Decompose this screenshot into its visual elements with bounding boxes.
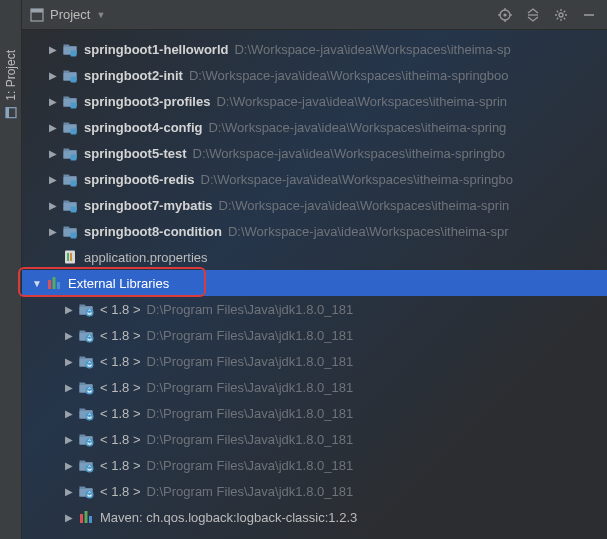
module-row[interactable]: ▶springboot5-testD:\Workspace-java\idea\… [22, 140, 607, 166]
module-row[interactable]: ▶springboot1-helloworldD:\Workspace-java… [22, 36, 607, 62]
project-tree[interactable]: ▶springboot1-helloworldD:\Workspace-java… [22, 30, 607, 539]
svg-point-11 [559, 13, 563, 17]
jdk-folder-icon [78, 327, 94, 343]
expand-arrow-icon[interactable]: ▶ [46, 146, 60, 160]
jdk-folder-icon [78, 431, 94, 447]
expand-arrow-icon[interactable]: ▶ [62, 354, 76, 368]
jdk-row[interactable]: ▶< 1.8 >D:\Program Files\Java\jdk1.8.0_1… [22, 478, 607, 504]
jdk-folder-icon [78, 483, 94, 499]
jdk-path: D:\Program Files\Java\jdk1.8.0_181 [146, 328, 353, 343]
expand-arrow-icon[interactable]: ▶ [62, 302, 76, 316]
module-path: D:\Workspace-java\idea\Workspaces\itheim… [234, 42, 510, 57]
project-tool-tab[interactable]: 1: Project [4, 50, 18, 119]
library-bars-icon [46, 275, 62, 291]
expand-arrow-icon[interactable]: ▶ [46, 120, 60, 134]
jdk-label: < 1.8 > [100, 406, 140, 421]
jdk-folder-icon [78, 457, 94, 473]
svg-point-5 [503, 13, 506, 16]
jdk-row[interactable]: ▶< 1.8 >D:\Program Files\Java\jdk1.8.0_1… [22, 426, 607, 452]
jdk-folder-icon [78, 379, 94, 395]
module-name: springboot5-test [84, 146, 187, 161]
jdk-row[interactable]: ▶< 1.8 >D:\Program Files\Java\jdk1.8.0_1… [22, 400, 607, 426]
expand-arrow-icon[interactable]: ▶ [62, 458, 76, 472]
file-name: application.properties [84, 250, 208, 265]
module-row[interactable]: ▶springboot2-initD:\Workspace-java\idea\… [22, 62, 607, 88]
svg-line-18 [557, 17, 558, 18]
module-path: D:\Workspace-java\idea\Workspaces\itheim… [193, 146, 505, 161]
svg-rect-36 [71, 233, 77, 239]
project-panel: Project ▼ ▶springboot1-helloworldD:\Work… [22, 0, 607, 539]
jdk-row[interactable]: ▶< 1.8 >D:\Program Files\Java\jdk1.8.0_1… [22, 296, 607, 322]
expand-arrow-icon[interactable]: ▶ [62, 328, 76, 342]
expand-arrow-icon[interactable]: ▶ [62, 484, 76, 498]
jdk-folder-icon [78, 301, 94, 317]
svg-rect-28 [71, 129, 77, 135]
jdk-row[interactable]: ▶< 1.8 >D:\Program Files\Java\jdk1.8.0_1… [22, 374, 607, 400]
jdk-row[interactable]: ▶< 1.8 >D:\Program Files\Java\jdk1.8.0_1… [22, 348, 607, 374]
project-view-selector[interactable]: Project ▼ [30, 7, 105, 22]
expand-arrow-icon[interactable]: ▶ [46, 224, 60, 238]
module-folder-icon [62, 223, 78, 239]
external-libraries-label: External Libraries [68, 276, 169, 291]
module-name: springboot8-condition [84, 224, 222, 239]
module-folder-icon [62, 93, 78, 109]
external-libraries-node[interactable]: ▼External Libraries [22, 270, 607, 296]
jdk-label: < 1.8 > [100, 432, 140, 447]
gear-icon[interactable] [551, 5, 571, 25]
jdk-path: D:\Program Files\Java\jdk1.8.0_181 [146, 484, 353, 499]
module-path: D:\Workspace-java\idea\Workspaces\itheim… [219, 198, 510, 213]
jdk-label: < 1.8 > [100, 302, 140, 317]
module-row[interactable]: ▶springboot6-redisD:\Workspace-java\idea… [22, 166, 607, 192]
svg-rect-41 [53, 277, 56, 289]
file-row[interactable]: ▶application.properties [22, 244, 607, 270]
svg-rect-61 [89, 516, 92, 523]
expand-arrow-icon[interactable]: ▶ [46, 198, 60, 212]
expand-arrow-icon[interactable]: ▼ [30, 276, 44, 290]
project-window-icon [30, 8, 44, 22]
expand-arrow-icon[interactable]: ▶ [62, 432, 76, 446]
library-bars-icon [78, 509, 94, 525]
expand-arrow-icon[interactable]: ▶ [62, 380, 76, 394]
svg-rect-39 [70, 253, 72, 261]
expand-arrow-icon[interactable]: ▶ [46, 94, 60, 108]
locate-icon[interactable] [495, 5, 515, 25]
module-name: springboot1-helloworld [84, 42, 228, 57]
module-row[interactable]: ▶springboot3-profilesD:\Workspace-java\i… [22, 88, 607, 114]
module-row[interactable]: ▶springboot4-configD:\Workspace-java\ide… [22, 114, 607, 140]
svg-rect-32 [71, 181, 77, 187]
jdk-label: < 1.8 > [100, 484, 140, 499]
module-name: springboot4-config [84, 120, 202, 135]
svg-rect-26 [71, 103, 77, 109]
project-toolbar: Project ▼ [22, 0, 607, 30]
jdk-row[interactable]: ▶< 1.8 >D:\Program Files\Java\jdk1.8.0_1… [22, 322, 607, 348]
svg-rect-38 [67, 253, 69, 261]
module-row[interactable]: ▶springboot8-conditionD:\Workspace-java\… [22, 218, 607, 244]
jdk-label: < 1.8 > [100, 328, 140, 343]
properties-file-icon [62, 249, 78, 265]
project-icon [5, 107, 17, 119]
collapse-all-icon[interactable] [523, 5, 543, 25]
module-path: D:\Workspace-java\idea\Workspaces\itheim… [189, 68, 509, 83]
maven-lib-row[interactable]: ▶Maven: ch.qos.logback:logback-classic:1… [22, 504, 607, 530]
expand-arrow-icon[interactable]: ▶ [46, 172, 60, 186]
chevron-down-icon: ▼ [96, 10, 105, 20]
svg-rect-22 [71, 51, 77, 57]
jdk-path: D:\Program Files\Java\jdk1.8.0_181 [146, 380, 353, 395]
jdk-path: D:\Program Files\Java\jdk1.8.0_181 [146, 354, 353, 369]
module-path: D:\Workspace-java\idea\Workspaces\itheim… [216, 94, 507, 109]
expand-arrow-icon[interactable]: ▶ [46, 68, 60, 82]
jdk-row[interactable]: ▶< 1.8 >D:\Program Files\Java\jdk1.8.0_1… [22, 452, 607, 478]
svg-rect-60 [85, 511, 88, 523]
module-folder-icon [62, 197, 78, 213]
module-folder-icon [62, 41, 78, 57]
expand-arrow-icon[interactable]: ▶ [62, 510, 76, 524]
tool-window-bar: 1: Project [0, 0, 22, 539]
hide-icon[interactable] [579, 5, 599, 25]
svg-rect-24 [71, 77, 77, 83]
module-folder-icon [62, 119, 78, 135]
svg-line-16 [557, 10, 558, 11]
expand-arrow-icon[interactable]: ▶ [46, 42, 60, 56]
jdk-folder-icon [78, 353, 94, 369]
expand-arrow-icon[interactable]: ▶ [62, 406, 76, 420]
module-row[interactable]: ▶springboot7-mybatisD:\Workspace-java\id… [22, 192, 607, 218]
